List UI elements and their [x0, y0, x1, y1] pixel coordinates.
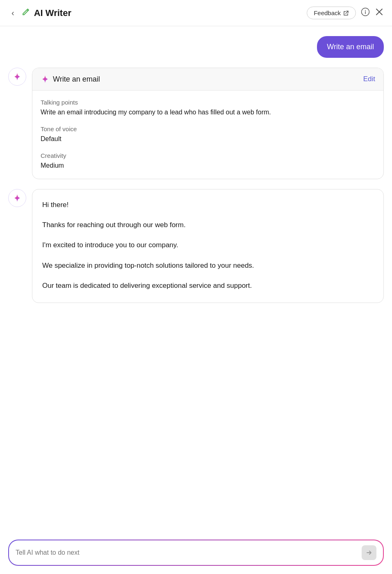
write-email-ai-row: Write an email Edit Talking points Write… [8, 68, 384, 179]
write-email-card-title: Write an email [53, 75, 100, 84]
tone-label: Tone of voice [41, 125, 375, 132]
pencil-icon [22, 8, 30, 18]
close-button[interactable] [375, 7, 384, 19]
user-message-row: Write an email [8, 36, 384, 58]
main-content: Write an email [0, 26, 392, 313]
ai-avatar-1 [8, 68, 26, 86]
write-email-card-body: Talking points Write an email introducin… [32, 91, 383, 179]
page-title: AI Writer [34, 8, 71, 18]
back-button[interactable]: ‹ [8, 7, 18, 19]
ai-text-card: Hi there! Thanks for reaching out throug… [32, 189, 384, 303]
talking-points-value: Write an email introducing my company to… [41, 107, 375, 117]
write-email-card: Write an email Edit Talking points Write… [32, 68, 384, 179]
ai-paragraph-3: I'm excited to introduce you to our comp… [42, 239, 374, 251]
header: ‹ AI Writer Feedback [0, 0, 392, 26]
send-button[interactable] [362, 545, 376, 560]
header-right: Feedback [307, 7, 384, 19]
ai-avatar-2 [8, 189, 26, 207]
sparkle-icon [13, 72, 22, 81]
header-left: ‹ AI Writer [8, 7, 307, 19]
info-circle-icon [361, 7, 370, 16]
ai-paragraph-1: Hi there! [42, 199, 374, 210]
edit-button[interactable]: Edit [363, 75, 375, 83]
sparkle-icon-2 [13, 194, 22, 203]
write-email-card-header: Write an email Edit [32, 68, 383, 91]
tone-value: Default [41, 134, 375, 144]
input-area [0, 533, 392, 574]
input-wrapper [8, 540, 384, 566]
svg-line-0 [346, 11, 348, 14]
ai-paragraph-4: We specialize in providing top-notch sol… [42, 260, 374, 271]
chat-input[interactable] [16, 549, 358, 556]
creativity-label: Creativity [41, 152, 375, 159]
write-email-title-row: Write an email [41, 75, 100, 84]
ai-paragraph-2: Thanks for reaching out through our web … [42, 219, 374, 230]
close-icon [375, 7, 384, 16]
svg-point-2 [365, 10, 366, 11]
feedback-button[interactable]: Feedback [307, 7, 356, 19]
ai-response-row: Hi there! Thanks for reaching out throug… [8, 189, 384, 303]
creativity-value: Medium [41, 161, 375, 171]
external-link-icon [343, 10, 349, 16]
ai-paragraph-5: Our team is dedicated to delivering exce… [42, 280, 374, 291]
talking-points-label: Talking points [41, 99, 375, 106]
info-button[interactable] [361, 7, 370, 18]
sparkle-pink-icon [41, 75, 50, 84]
send-icon [366, 549, 372, 556]
user-message-bubble: Write an email [317, 36, 384, 58]
